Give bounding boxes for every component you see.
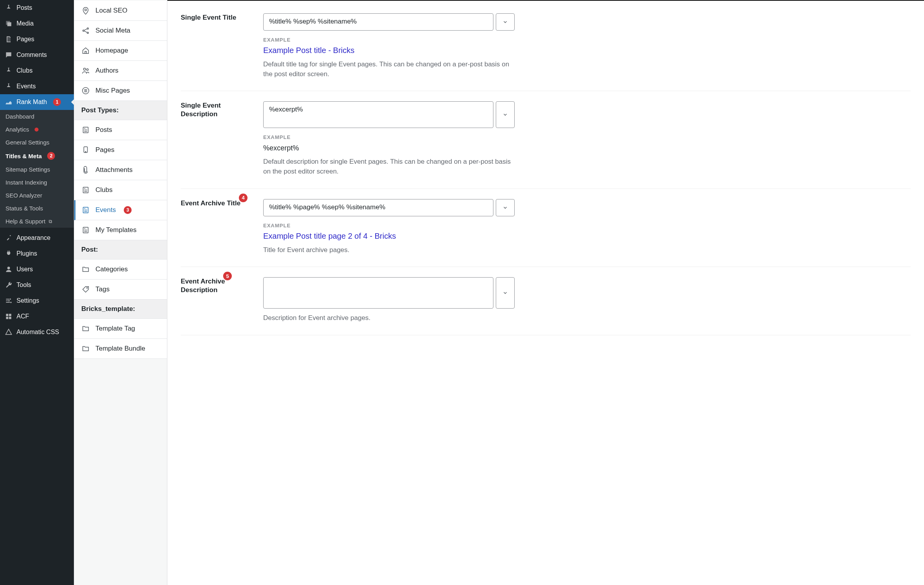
wp-admin-sidebar: Posts Media Pages Comments Clubs (0, 0, 74, 585)
sidebar-item-comments[interactable]: Comments (0, 47, 74, 63)
tag-icon (81, 285, 90, 294)
variables-dropdown-button[interactable] (496, 101, 515, 128)
help-text: Default description for single Event pag… (263, 157, 515, 176)
section-post: Post: (74, 240, 167, 260)
example-preview: %excerpt% (263, 144, 515, 152)
sidebar-item-tools[interactable]: Tools (0, 277, 74, 293)
field-single-event-description: Single Event Description %excerpt% EXAMP… (181, 91, 911, 188)
field-event-archive-title: Event Archive Title 4 %title% %page% %se… (181, 189, 911, 267)
sidebar-item-users[interactable]: Users (0, 261, 74, 277)
plug-icon (5, 250, 13, 258)
wrench-icon (5, 281, 13, 289)
label: Media (16, 20, 34, 27)
submenu-help-support[interactable]: Help & Support⧉ (0, 215, 74, 228)
pin-icon (5, 82, 13, 90)
submenu-analytics[interactable]: Analytics (0, 123, 74, 136)
field-label: Single Event Title (181, 13, 255, 22)
page-icon (5, 35, 13, 43)
tab-attachments[interactable]: Attachments (74, 160, 167, 180)
sidebar-item-pages[interactable]: Pages (0, 31, 74, 47)
submenu-instant-indexing[interactable]: Instant Indexing (0, 176, 74, 189)
post-icon (81, 126, 90, 134)
tab-categories[interactable]: Categories (74, 260, 167, 280)
tab-pages[interactable]: Pages (74, 140, 167, 160)
users-icon (81, 66, 90, 75)
single-event-title-input[interactable]: %title% %sep% %sitename% (263, 13, 493, 31)
variables-dropdown-button[interactable] (496, 277, 515, 309)
sidebar-item-acf[interactable]: ACF (0, 309, 74, 324)
user-icon (5, 265, 13, 273)
label: Clubs (95, 186, 112, 194)
svg-point-3 (10, 302, 11, 303)
svg-point-8 (85, 9, 87, 11)
submenu-general-settings[interactable]: General Settings (0, 136, 74, 149)
tab-tags[interactable]: Tags (74, 280, 167, 300)
submenu-titles-meta[interactable]: Titles & Meta2 (0, 149, 74, 163)
variables-dropdown-button[interactable] (496, 13, 515, 31)
tab-posts[interactable]: Posts (74, 120, 167, 140)
label: Categories (95, 265, 128, 273)
event-archive-description-input[interactable] (263, 277, 493, 309)
label: Homepage (95, 47, 128, 55)
field-single-event-title: Single Event Title %title% %sep% %sitena… (181, 3, 911, 91)
sidebar-item-plugins[interactable]: Plugins (0, 246, 74, 261)
sidebar-item-posts[interactable]: Posts (0, 0, 74, 16)
tab-events[interactable]: Events 3 (74, 200, 167, 220)
example-preview-link[interactable]: Example Post title page 2 of 4 - Bricks (263, 232, 515, 241)
folder-icon (81, 265, 90, 274)
sidebar-item-appearance[interactable]: Appearance (0, 230, 74, 246)
chevron-down-icon (502, 19, 508, 25)
external-icon: ⧉ (49, 219, 52, 224)
sidebar-item-media[interactable]: Media (0, 16, 74, 31)
example-preview-link[interactable]: Example Post title - Bricks (263, 46, 515, 55)
paperclip-icon (81, 166, 90, 174)
svg-rect-6 (6, 317, 8, 319)
tab-misc-pages[interactable]: Misc Pages (74, 81, 167, 101)
grid-icon (5, 313, 13, 320)
tab-template-tag[interactable]: Template Tag (74, 319, 167, 339)
submenu-status-tools[interactable]: Status & Tools (0, 202, 74, 215)
media-icon (5, 20, 13, 27)
sidebar-item-clubs[interactable]: Clubs (0, 63, 74, 79)
label: Events (95, 206, 116, 214)
folder-icon (81, 344, 90, 353)
folder-icon (81, 324, 90, 333)
tab-local-seo[interactable]: Local SEO (74, 1, 167, 21)
label: Local SEO (95, 7, 127, 15)
label: Pages (16, 36, 34, 43)
label: Authors (95, 67, 119, 75)
dot-badge (35, 128, 38, 132)
notification-badge: 1 (53, 98, 61, 106)
tab-template-bundle[interactable]: Template Bundle (74, 339, 167, 359)
submenu-sitemap-settings[interactable]: Sitemap Settings (0, 163, 74, 176)
svg-point-1 (10, 298, 11, 300)
single-event-description-input[interactable]: %excerpt% (263, 101, 493, 128)
titles-meta-tabs: Local SEO Social Meta Homepage Authors M… (74, 0, 167, 585)
notification-badge: 2 (47, 152, 55, 160)
svg-point-17 (85, 152, 86, 152)
svg-point-0 (7, 267, 10, 269)
event-archive-title-input[interactable]: %title% %page% %sep% %sitename% (263, 199, 493, 216)
tab-my-templates[interactable]: My Templates (74, 220, 167, 240)
submenu-dashboard[interactable]: Dashboard (0, 110, 74, 123)
example-label: EXAMPLE (263, 223, 515, 229)
label: Misc Pages (95, 87, 130, 95)
svg-rect-5 (9, 314, 11, 316)
sidebar-item-settings[interactable]: Settings (0, 293, 74, 309)
submenu-seo-analyzer[interactable]: SEO Analyzer (0, 189, 74, 202)
sidebar-item-events[interactable]: Events (0, 79, 74, 94)
pin-icon (5, 67, 13, 75)
sidebar-item-rank-math[interactable]: Rank Math 1 (0, 94, 74, 110)
label: Attachments (95, 166, 133, 174)
sidebar-item-automatic-css[interactable]: Automatic CSS (0, 324, 74, 340)
tab-clubs[interactable]: Clubs (74, 180, 167, 200)
tab-social-meta[interactable]: Social Meta (74, 21, 167, 41)
comment-icon (5, 51, 13, 59)
svg-point-12 (84, 68, 86, 71)
tab-authors[interactable]: Authors (74, 61, 167, 81)
label: Posts (95, 126, 112, 134)
map-pin-icon (81, 6, 90, 15)
tab-homepage[interactable]: Homepage (74, 41, 167, 61)
help-text: Default title tag for single Event pages… (263, 60, 515, 79)
variables-dropdown-button[interactable] (496, 199, 515, 216)
